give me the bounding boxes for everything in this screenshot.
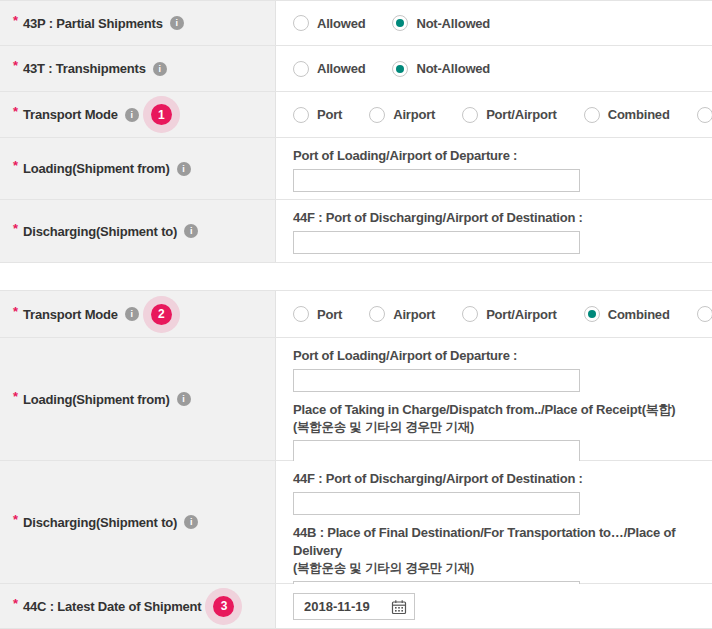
row-discharging-2: * Discharging(Shipment to) i 44F : Port … (0, 461, 712, 584)
info-icon[interactable]: i (125, 108, 139, 122)
radio-partial-not-allowed[interactable]: Not-Allowed (392, 15, 490, 31)
input-label-port-of-discharging: 44F : Port of Discharging/Airport of Des… (293, 209, 692, 227)
radio-button[interactable] (293, 306, 309, 322)
latest-date-input[interactable] (294, 599, 378, 614)
row-transport-mode-1: * Transport Mode i 1 Port Airport Port/A… (0, 92, 712, 138)
label-cell-discharging-1: * Discharging(Shipment to) i (0, 200, 276, 262)
radio-tranship-not-allowed[interactable]: Not-Allowed (392, 61, 490, 77)
required-asterisk: * (13, 104, 18, 119)
radio-label: Port/Airport (486, 107, 557, 122)
radio-tm1-port-airport[interactable]: Port/Airport (462, 107, 557, 123)
radio-label: Airport (393, 107, 435, 122)
value-cell-transhipments: Allowed Not-Allowed (276, 46, 712, 91)
radio-button[interactable] (369, 107, 385, 123)
info-icon[interactable]: i (184, 224, 198, 238)
step-marker-2: 2 (151, 304, 172, 325)
radio-tm2-port-airport[interactable]: Port/Airport (462, 306, 557, 322)
input-label-place-of-receipt: Place of Taking in Charge/Dispatch from.… (293, 401, 692, 419)
field-label-loading: Loading(Shipment from) (23, 392, 170, 407)
form-section-2: * Transport Mode i 2 Port Airport Port/A… (0, 290, 712, 629)
radio-tm1-airport[interactable]: Airport (369, 107, 435, 123)
radio-button[interactable] (293, 61, 309, 77)
radio-label: Allowed (317, 16, 365, 31)
radio-tm2-port[interactable]: Port (293, 306, 342, 322)
required-asterisk: * (13, 158, 18, 173)
row-discharging-1: * Discharging(Shipment to) i 44F : Port … (0, 200, 712, 263)
radio-tm2-airport[interactable]: Airport (369, 306, 435, 322)
radio-label: Combined (608, 307, 670, 322)
field-label-transhipments: 43T : Transhipments (23, 61, 146, 76)
radio-label: Port/Airport (486, 307, 557, 322)
info-icon[interactable]: i (125, 307, 139, 321)
radio-tm2-combined[interactable]: Combined (584, 306, 670, 322)
radio-button[interactable] (697, 107, 712, 123)
place-of-receipt-input[interactable] (293, 440, 580, 463)
value-cell-discharging-2: 44F : Port of Discharging/Airport of Des… (276, 461, 712, 583)
field-label-discharging: Discharging(Shipment to) (23, 515, 177, 530)
row-latest-date: * 44C : Latest Date of Shipment 3 (0, 584, 712, 629)
radio-partial-allowed[interactable]: Allowed (293, 15, 365, 31)
calendar-icon[interactable] (391, 599, 407, 615)
input-note-korean: (복합운송 및 기타의 경우만 기재) (293, 560, 692, 577)
label-cell-loading-1: * Loading(Shipment from) i (0, 138, 276, 199)
radio-button[interactable] (584, 306, 600, 322)
row-loading-2: * Loading(Shipment from) i Port of Loadi… (0, 338, 712, 461)
info-icon[interactable]: i (177, 162, 191, 176)
label-cell-transport-mode-2: * Transport Mode i 2 (0, 291, 276, 337)
radio-button[interactable] (392, 15, 408, 31)
radio-button[interactable] (697, 306, 712, 322)
value-cell-discharging-1: 44F : Port of Discharging/Airport of Des… (276, 200, 712, 262)
info-icon[interactable]: i (153, 62, 167, 76)
radio-label: Combined (608, 107, 670, 122)
label-cell-discharging-2: * Discharging(Shipment to) i (0, 461, 276, 583)
radio-label: Not-Allowed (416, 61, 490, 76)
radio-button[interactable] (293, 107, 309, 123)
port-of-loading-input[interactable] (293, 369, 580, 392)
value-cell-partial-shipments: Allowed Not-Allowed (276, 1, 712, 45)
value-cell-loading-2: Port of Loading/Airport of Departure : P… (276, 338, 712, 460)
required-asterisk: * (13, 304, 18, 319)
radio-button[interactable] (462, 306, 478, 322)
section-gap (0, 263, 712, 290)
input-note-korean: (복합운송 및 기타의 경우만 기재) (293, 419, 692, 436)
required-asterisk: * (13, 221, 18, 236)
info-icon[interactable]: i (184, 515, 198, 529)
row-partial-shipments: * 43P : Partial Shipments i Allowed Not-… (0, 1, 712, 46)
label-cell-loading-2: * Loading(Shipment from) i (0, 338, 276, 460)
radio-button[interactable] (293, 15, 309, 31)
info-icon[interactable]: i (177, 392, 191, 406)
radio-button[interactable] (392, 61, 408, 77)
input-label-port-of-loading: Port of Loading/Airport of Departure : (293, 147, 692, 165)
required-asterisk: * (13, 512, 18, 527)
label-cell-partial-shipments: * 43P : Partial Shipments i (0, 1, 276, 45)
required-asterisk: * (13, 58, 18, 73)
radio-button[interactable] (369, 306, 385, 322)
radio-tm2-others[interactable]: Others (697, 306, 712, 322)
info-icon[interactable]: i (170, 16, 184, 30)
value-cell-latest-date (276, 584, 712, 628)
radio-label: Not-Allowed (416, 16, 490, 31)
radio-button[interactable] (584, 107, 600, 123)
label-cell-transhipments: * 43T : Transhipments i (0, 46, 276, 91)
radio-tranship-allowed[interactable]: Allowed (293, 61, 365, 77)
input-label-place-of-delivery: 44B : Place of Final Destination/For Tra… (293, 524, 692, 560)
field-label-latest-date: 44C : Latest Date of Shipment (23, 599, 201, 614)
port-of-loading-input[interactable] (293, 169, 580, 192)
radio-tm1-others[interactable]: Others (697, 107, 712, 123)
port-of-discharging-input[interactable] (293, 492, 580, 515)
field-label-loading: Loading(Shipment from) (23, 161, 170, 176)
radio-tm1-port[interactable]: Port (293, 107, 342, 123)
required-asterisk: * (13, 13, 18, 28)
radio-button[interactable] (462, 107, 478, 123)
port-of-discharging-input[interactable] (293, 231, 580, 254)
label-cell-transport-mode-1: * Transport Mode i 1 (0, 92, 276, 137)
input-label-port-of-loading: Port of Loading/Airport of Departure : (293, 347, 692, 365)
radio-tm1-combined[interactable]: Combined (584, 107, 670, 123)
label-cell-latest-date: * 44C : Latest Date of Shipment 3 (0, 584, 276, 628)
input-label-port-of-discharging: 44F : Port of Discharging/Airport of Des… (293, 470, 692, 488)
value-cell-transport-mode-1: Port Airport Port/Airport Combined Other… (276, 92, 712, 137)
row-transport-mode-2: * Transport Mode i 2 Port Airport Port/A… (0, 291, 712, 338)
lc-shipment-form: * 43P : Partial Shipments i Allowed Not-… (0, 0, 712, 629)
value-cell-loading-1: Port of Loading/Airport of Departure : (276, 138, 712, 199)
radio-label: Airport (393, 307, 435, 322)
